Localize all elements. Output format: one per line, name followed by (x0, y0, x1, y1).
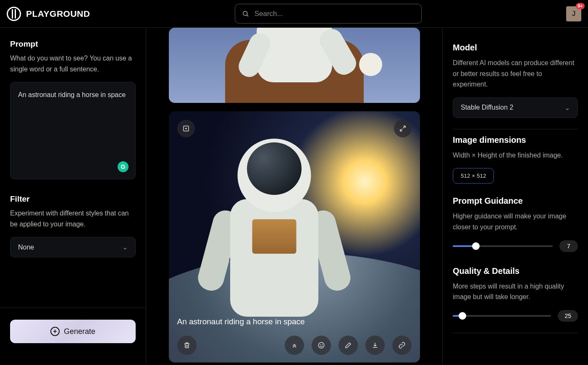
prompt-title: Prompt (10, 39, 136, 49)
prompt-desc: What do you want to see? You can use a s… (10, 53, 136, 74)
prompt-section: Prompt What do you want to see? You can … (10, 39, 136, 179)
svg-point-6 (320, 344, 320, 345)
download-icon (371, 341, 379, 349)
dimension-value: 512 × 512 (461, 173, 486, 179)
expand-button[interactable] (394, 120, 412, 137)
plus-square-icon (182, 125, 190, 132)
search-box[interactable] (235, 4, 422, 24)
svg-line-1 (247, 15, 248, 16)
prompt-input[interactable]: An astronaut riding a horse in space G (10, 82, 136, 179)
logo-icon (7, 7, 21, 21)
add-to-collection-button[interactable] (177, 120, 195, 137)
filter-value: None (18, 244, 34, 251)
expand-icon (399, 125, 407, 132)
search-icon (242, 10, 249, 18)
quality-desc: More steps will result in a high quality… (453, 281, 578, 302)
quality-value: 25 (558, 310, 578, 322)
pencil-icon (344, 341, 352, 349)
guidance-desc: Higher guidance will make your image clo… (453, 211, 578, 232)
svg-point-5 (318, 342, 324, 348)
model-select[interactable]: Stable Diffusion 2 ⌄ (453, 97, 578, 118)
upscale-button[interactable] (285, 336, 304, 355)
generate-label: Generate (64, 327, 95, 336)
guidance-section: Prompt Guidance Higher guidance will mak… (453, 196, 578, 257)
dimensions-section: Image dimensions Width × Height of the f… (453, 135, 578, 189)
guidance-slider[interactable] (453, 245, 553, 247)
quality-title: Quality & Details (453, 266, 578, 276)
quality-section: Quality & Details More steps will result… (453, 266, 578, 333)
react-button[interactable] (312, 336, 331, 355)
model-section: Model Different AI models can produce di… (453, 43, 578, 129)
smile-icon (318, 341, 325, 349)
edit-button[interactable] (339, 336, 358, 355)
svg-point-7 (322, 344, 322, 345)
chevrons-up-icon (291, 341, 298, 349)
notification-badge: 9+ (576, 3, 585, 9)
quality-slider[interactable] (453, 315, 551, 317)
guidance-title: Prompt Guidance (453, 196, 578, 206)
generated-image[interactable]: An astronaut riding a horse in space (169, 111, 420, 362)
model-desc: Different AI models can produce differen… (453, 58, 578, 90)
image-caption: An astronaut riding a horse in space (177, 317, 305, 326)
svg-point-0 (243, 11, 247, 16)
grammarly-icon[interactable]: G (118, 161, 129, 172)
center-panel: An astronaut riding a horse in space (146, 28, 442, 365)
plus-circle-icon: + (50, 327, 60, 336)
generated-image-partial[interactable] (169, 28, 420, 103)
logo[interactable]: PLAYGROUND (7, 7, 90, 21)
guidance-value: 7 (559, 240, 578, 252)
logo-text: PLAYGROUND (26, 9, 90, 19)
dimension-chip[interactable]: 512 × 512 (453, 168, 494, 184)
link-button[interactable] (392, 336, 412, 355)
download-button[interactable] (365, 336, 385, 355)
filter-select[interactable]: None ⌄ (10, 237, 136, 257)
search-input[interactable] (255, 10, 415, 18)
header: PLAYGROUND J 9+ (0, 0, 588, 28)
chevron-down-icon: ⌄ (564, 104, 570, 112)
prompt-value: An astronaut riding a horse in space (18, 91, 126, 98)
model-value: Stable Diffusion 2 (461, 104, 513, 111)
model-title: Model (453, 43, 578, 53)
filter-title: Filter (10, 194, 136, 204)
generate-button[interactable]: + Generate (10, 320, 136, 343)
filter-desc: Experiment with different styles that ca… (10, 208, 136, 229)
avatar[interactable]: J 9+ (566, 6, 581, 21)
search-wrap (90, 4, 566, 24)
generate-section: + Generate (0, 307, 146, 355)
filter-section: Filter Experiment with different styles … (10, 194, 136, 257)
left-panel: Prompt What do you want to see? You can … (0, 28, 146, 365)
link-icon (398, 341, 406, 349)
chevron-down-icon: ⌄ (122, 243, 128, 251)
right-panel: Model Different AI models can produce di… (442, 28, 588, 365)
dimensions-desc: Width × Height of the finished image. (453, 150, 578, 161)
trash-icon (183, 341, 191, 349)
dimensions-title: Image dimensions (453, 135, 578, 145)
delete-button[interactable] (177, 336, 197, 355)
avatar-initial: J (572, 10, 576, 18)
